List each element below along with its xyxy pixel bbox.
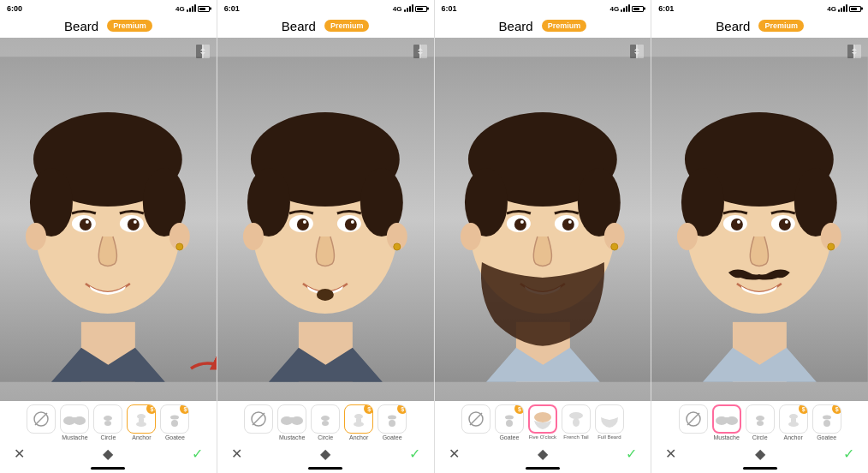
tool-label-mustache-4: Mustache	[713, 434, 739, 440]
share-icon-2[interactable]: ◆	[320, 446, 330, 462]
compare-icon-2[interactable]	[413, 45, 427, 58]
tool-anchor-1[interactable]: $ Anchor	[126, 404, 157, 440]
time-2: 6:01	[224, 4, 240, 13]
tool-icon-french-tail-3[interactable]	[562, 404, 591, 434]
battery-2	[415, 6, 427, 12]
tool-mustache-2[interactable]: Mustache	[276, 404, 307, 440]
tool-circle-2[interactable]: Circle	[310, 404, 341, 440]
tool-five-oclock-3[interactable]: Five O'clock	[527, 404, 558, 440]
compare-icon-1[interactable]	[196, 45, 210, 58]
tool-icon-goatee-3[interactable]: $	[495, 404, 524, 434]
tool-goatee-3[interactable]: $ Goatee	[494, 404, 525, 440]
tool-icon-goatee-4[interactable]: $	[812, 404, 841, 434]
tool-label-mustache-1: Mustache	[62, 434, 87, 440]
tool-icon-mustache-1[interactable]	[60, 404, 89, 434]
tool-no-beard-2[interactable]	[243, 404, 274, 440]
tool-mustache-4[interactable]: Mustache	[711, 404, 742, 440]
title-3: Beard	[499, 19, 533, 33]
tool-circle-1[interactable]: Circle	[92, 404, 123, 440]
tool-icon-no-beard-1[interactable]	[27, 404, 56, 434]
cancel-icon-4[interactable]: ✕	[665, 446, 676, 462]
action-bar-3: ✕ ◆ ✓	[435, 442, 651, 467]
signal-text-2: 4G	[393, 5, 402, 13]
premium-badge-1[interactable]: Premium	[107, 20, 152, 32]
tool-full-beard-3[interactable]: Full Beard	[594, 404, 625, 440]
tool-icon-circle-2[interactable]	[311, 404, 340, 434]
tool-icon-mustache-4[interactable]	[712, 404, 741, 434]
tools-scroll-1: Mustache Circle $ Anchor	[3, 404, 213, 440]
bar3	[192, 6, 193, 12]
time-1: 6:00	[7, 4, 22, 13]
home-indicator-3	[526, 467, 560, 470]
bar2-3	[623, 8, 625, 12]
tool-goatee-1[interactable]: $ Goatee	[159, 404, 190, 440]
tool-icon-five-oclock-3[interactable]	[528, 404, 557, 434]
premium-badge-2[interactable]: Premium	[324, 20, 370, 32]
confirm-icon-2[interactable]: ✓	[409, 446, 420, 462]
tool-no-beard-1[interactable]	[26, 404, 56, 440]
tool-no-beard-3[interactable]	[461, 404, 491, 440]
tool-icon-goatee-1[interactable]: $	[160, 404, 189, 434]
tool-goatee-4[interactable]: $ Goatee	[812, 404, 842, 440]
tool-anchor-4[interactable]: $ Anchor	[778, 404, 809, 440]
tool-anchor-2[interactable]: $ Anchor	[343, 404, 374, 440]
status-bar-3: 6:01 4G	[435, 0, 651, 15]
tools-scroll-2: Mustache Circle $ Anchor	[221, 404, 431, 440]
svg-point-64	[322, 421, 329, 426]
face-image-2	[217, 38, 434, 401]
svg-point-51	[317, 289, 334, 301]
tool-icon-no-beard-3[interactable]	[461, 404, 490, 434]
tool-badge-goatee-2: $	[397, 404, 407, 414]
svg-point-68	[388, 416, 396, 420]
tool-icon-full-beard-3[interactable]	[595, 404, 624, 434]
svg-point-69	[389, 420, 395, 427]
tool-label-goatee-2: Goatee	[383, 434, 402, 440]
cancel-icon-1[interactable]: ✕	[14, 446, 25, 462]
status-right-4: 4G	[827, 5, 861, 13]
signal-text-1: 4G	[175, 5, 185, 13]
tool-goatee-2[interactable]: $ Goatee	[377, 404, 407, 440]
tool-icon-circle-1[interactable]	[93, 404, 122, 434]
confirm-icon-4[interactable]: ✓	[843, 446, 854, 462]
tool-icon-anchor-1[interactable]: $	[127, 404, 156, 434]
svg-point-127	[757, 421, 764, 426]
svg-line-59	[253, 413, 265, 425]
share-icon-4[interactable]: ◆	[755, 446, 765, 462]
share-icon-1[interactable]: ◆	[103, 446, 113, 462]
cancel-icon-2[interactable]: ✕	[231, 446, 242, 462]
action-bar-2: ✕ ◆ ✓	[217, 442, 434, 467]
compare-icon-3[interactable]	[630, 45, 644, 58]
action-bar-1: ✕ ◆ ✓	[0, 442, 217, 467]
svg-point-48	[345, 219, 357, 231]
tool-no-beard-4[interactable]	[678, 404, 709, 440]
svg-point-86	[610, 243, 617, 250]
tool-icon-circle-4[interactable]	[746, 404, 775, 434]
tool-icon-no-beard-4[interactable]	[679, 404, 708, 434]
svg-point-15	[134, 220, 137, 224]
compare-icon-4[interactable]	[847, 45, 861, 58]
confirm-icon-3[interactable]: ✓	[626, 446, 637, 462]
phone-4: 6:01 4G Beard Premium	[651, 0, 868, 473]
tool-icon-goatee-2[interactable]: $	[378, 404, 407, 434]
svg-point-131	[823, 416, 831, 420]
tool-circle-4[interactable]: Circle	[745, 404, 776, 440]
bar1-4	[838, 9, 840, 12]
cancel-icon-3[interactable]: ✕	[449, 446, 460, 462]
svg-line-24	[35, 413, 47, 425]
premium-badge-4[interactable]: Premium	[758, 20, 804, 32]
face-svg-4	[651, 38, 868, 401]
confirm-icon-1[interactable]: ✓	[192, 446, 203, 462]
face-image-4	[651, 38, 868, 401]
svg-point-12	[80, 219, 92, 231]
tool-icon-anchor-4[interactable]: $	[779, 404, 808, 434]
tool-icon-mustache-2[interactable]	[277, 404, 306, 434]
svg-point-16	[176, 243, 183, 250]
tool-label-full-beard-3: Full Beard	[597, 434, 621, 440]
tool-label-goatee-1: Goatee	[165, 434, 185, 440]
premium-badge-3[interactable]: Premium	[542, 20, 587, 32]
tool-french-tail-3[interactable]: French Tail	[561, 404, 592, 440]
tool-mustache-1[interactable]: Mustache	[59, 404, 90, 440]
tool-icon-no-beard-2[interactable]	[244, 404, 273, 434]
tool-icon-anchor-2[interactable]: $	[344, 404, 373, 434]
share-icon-3[interactable]: ◆	[538, 446, 548, 462]
